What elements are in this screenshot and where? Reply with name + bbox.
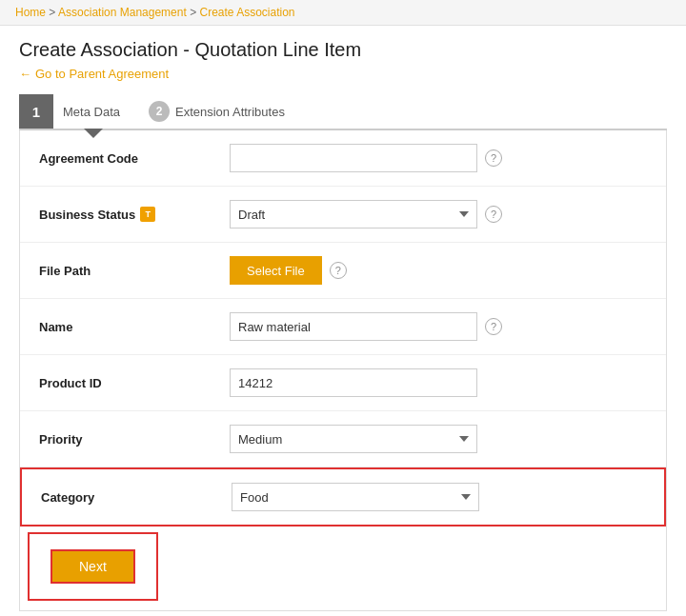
file-path-field: Select File ?: [230, 256, 647, 285]
tab-extension-attributes[interactable]: 2 Extension Attributes: [133, 94, 300, 129]
category-field: Food Electronics Services: [232, 483, 645, 511]
agreement-code-label: Agreement Code: [39, 151, 230, 166]
breadcrumb-association-management[interactable]: Association Management: [58, 6, 187, 19]
file-path-help-icon[interactable]: ?: [330, 262, 347, 279]
tab-1-label: Meta Data: [53, 94, 133, 129]
agreement-code-row: Agreement Code ?: [20, 130, 666, 187]
back-arrow-icon: ←: [19, 67, 31, 81]
next-button-outer: Next: [28, 532, 158, 601]
name-row: Name ?: [20, 299, 666, 355]
category-select[interactable]: Food Electronics Services: [232, 483, 479, 511]
page-title: Create Association - Quotation Line Item: [19, 39, 667, 61]
tab-meta-data[interactable]: 1 Meta Data: [19, 94, 133, 129]
tab-2-label: Extension Attributes: [175, 105, 285, 119]
business-status-row: Business Status T Draft Active Inactive …: [20, 187, 666, 243]
category-row: Category Food Electronics Services: [20, 467, 666, 527]
product-id-row: Product ID: [20, 355, 666, 411]
agreement-code-input[interactable]: [230, 144, 477, 172]
agreement-code-help-icon[interactable]: ?: [485, 149, 502, 167]
file-path-row: File Path Select File ?: [20, 243, 666, 299]
name-help-icon[interactable]: ?: [485, 318, 502, 335]
agreement-code-field: ?: [230, 144, 647, 172]
breadcrumb: Home > Association Management > Create A…: [0, 0, 686, 26]
breadcrumb-home[interactable]: Home: [15, 6, 46, 19]
priority-select[interactable]: Low Medium High: [230, 425, 477, 453]
business-status-select[interactable]: Draft Active Inactive: [230, 200, 477, 229]
breadcrumb-create-association[interactable]: Create Association: [199, 6, 294, 19]
name-input[interactable]: [230, 312, 477, 341]
product-id-label: Product ID: [39, 376, 230, 390]
tab-2-number: 2: [149, 101, 170, 122]
tab-1-number: 1: [19, 94, 53, 129]
business-status-help-icon[interactable]: ?: [485, 206, 502, 223]
priority-field: Low Medium High: [230, 425, 647, 453]
tag-icon: T: [140, 207, 155, 222]
business-status-label: Business Status T: [39, 207, 230, 222]
business-status-field: Draft Active Inactive ?: [230, 200, 647, 229]
next-button-wrapper: Next: [20, 527, 666, 610]
go-to-parent-link[interactable]: Go to Parent Agreement: [35, 67, 169, 81]
priority-label: Priority: [39, 432, 230, 447]
tabs-container: 1 Meta Data 2 Extension Attributes: [19, 94, 667, 130]
name-field: ?: [230, 312, 647, 341]
product-id-input[interactable]: [230, 368, 477, 397]
select-file-button[interactable]: Select File: [230, 256, 322, 285]
next-button[interactable]: Next: [50, 549, 135, 584]
name-label: Name: [39, 320, 230, 334]
form-area: Agreement Code ? Business Status T Draft…: [19, 130, 667, 611]
priority-row: Priority Low Medium High: [20, 411, 666, 467]
back-link-container: ← Go to Parent Agreement: [19, 67, 667, 81]
file-path-label: File Path: [39, 264, 230, 278]
product-id-field: [230, 368, 647, 397]
category-label: Category: [41, 490, 232, 505]
